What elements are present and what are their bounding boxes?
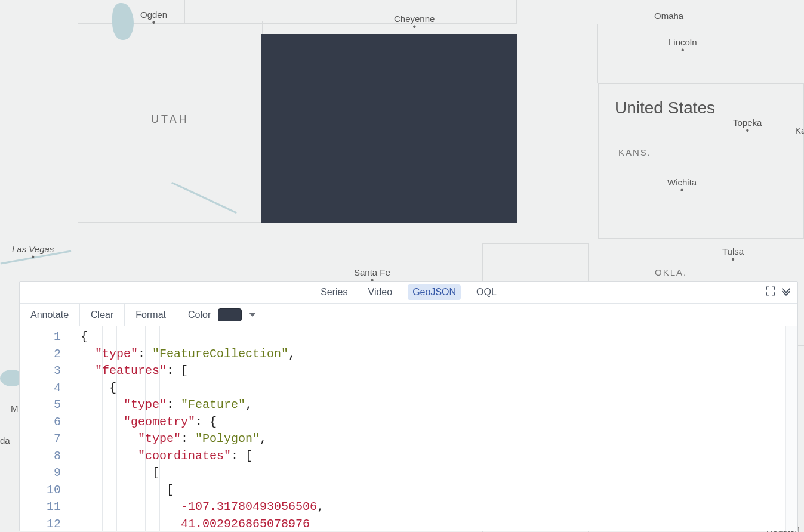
map-label-tulsa: Tulsa (722, 246, 744, 256)
color-swatch[interactable] (218, 308, 242, 321)
map-highlight-colorado (261, 34, 517, 223)
tab-series[interactable]: Series (316, 284, 352, 300)
map-label-country: United States (615, 98, 715, 117)
map-label-kans: KANS. (618, 147, 651, 157)
tab-video[interactable]: Video (364, 284, 398, 300)
code-line: { (81, 380, 797, 397)
code-line: "type": "Polygon", (81, 431, 797, 448)
tab-geojson[interactable]: GeoJSON (408, 284, 461, 300)
code-line: [ (81, 482, 797, 499)
editor-scrollbar[interactable] (785, 326, 797, 531)
editor-code[interactable]: { "type": "FeatureCollection", "features… (73, 326, 797, 531)
code-line: 41.002926865078976 (81, 516, 797, 531)
code-line: -107.31780493056506, (81, 499, 797, 516)
panel-tabs: Series Video GeoJSON OQL (20, 282, 797, 304)
panel-toolbar: Annotate Clear Format Color (20, 304, 797, 326)
map-label-utah: UTAH (151, 113, 189, 126)
map-label-lasvegas: Las Vegas (12, 244, 54, 254)
map-label-lincoln: Lincoln (669, 37, 697, 47)
expand-icon[interactable] (765, 286, 776, 299)
code-line: "type": "Feature", (81, 397, 797, 414)
clear-button[interactable]: Clear (80, 304, 125, 326)
map-label-okla: OKLA. (655, 267, 687, 277)
editor-panel: Series Video GeoJSON OQL Annotate Clear … (19, 281, 798, 531)
code-line: [ (81, 465, 797, 482)
format-button[interactable]: Format (125, 304, 177, 326)
map-label-omaha: Omaha (654, 11, 683, 21)
color-label: Color (188, 310, 211, 320)
code-editor[interactable]: 1 2 3 4 5 6 7 8 9 10 11 12 { (20, 326, 797, 531)
collapse-icon[interactable] (781, 286, 791, 299)
annotate-button[interactable]: Annotate (20, 304, 80, 326)
code-line: "features": [ (81, 363, 797, 380)
map-label-m-frag: M (11, 403, 19, 413)
map-label-santafe: Santa Fe (354, 267, 390, 277)
map-label-cheyenne: Cheyenne (394, 14, 435, 24)
code-line: { (81, 329, 797, 346)
map-label-ogden: Ogden (140, 10, 167, 20)
code-line: "geometry": { (81, 414, 797, 431)
code-line: "coordinates": [ (81, 448, 797, 465)
map-label-wichita: Wichita (667, 177, 697, 187)
editor-gutter: 1 2 3 4 5 6 7 8 9 10 11 12 (20, 326, 73, 531)
map-label-ka: Ka (795, 125, 804, 135)
map-label-topeka: Topeka (733, 117, 762, 128)
code-line: "type": "FeatureCollection", (81, 346, 797, 363)
map-label-da-frag: da (0, 435, 10, 446)
color-dropdown-caret[interactable] (249, 313, 256, 317)
tab-oql[interactable]: OQL (472, 284, 501, 300)
